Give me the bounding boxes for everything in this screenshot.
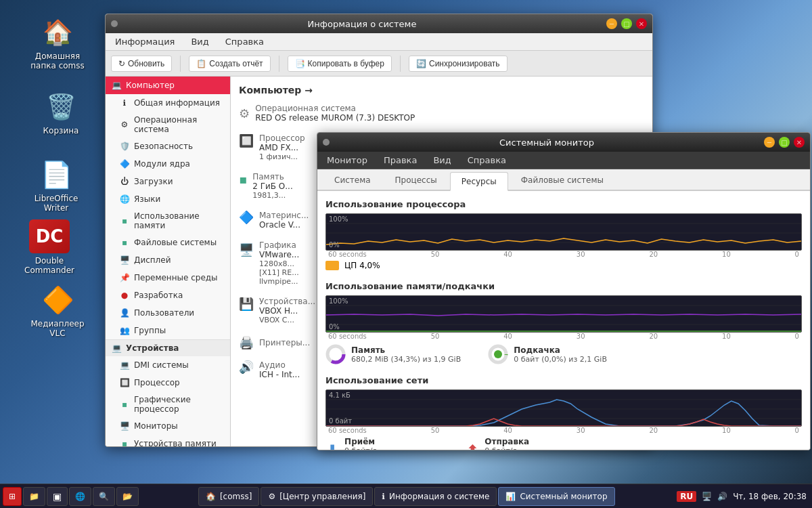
sidebar-item-lang[interactable]: 🌐 Языки <box>106 190 230 208</box>
taskbar-terminal-btn[interactable]: ▣ <box>47 487 68 506</box>
sidebar-item-display[interactable]: 🖥️ Дисплей <box>106 251 230 269</box>
sidebar-item-security[interactable]: 🛡️ Безопасность <box>106 137 230 155</box>
taskbar-manager-btn[interactable]: 📂 <box>116 487 139 506</box>
sysinfo-menu-info[interactable]: Информация <box>111 35 179 48</box>
printers-section-icon: 🖨️ <box>239 335 254 350</box>
sidebar-item-gpu[interactable]: ▪ Графические процессор <box>106 391 230 417</box>
desktop-icon-home[interactable]: 🏠 Домашняя папка comss <box>27 14 88 74</box>
mem-section-value: 2 ГиБ О... <box>252 182 293 191</box>
dmi-icon: 💻 <box>119 360 130 371</box>
gfx-section-value2: 1280x8... <box>259 259 299 268</box>
general-icon: ℹ️ <box>119 98 130 108</box>
swap-donut-icon <box>488 344 508 364</box>
develop-icon: ● <box>119 290 130 301</box>
svg-point-10 <box>494 350 502 358</box>
desktop-icon-doublecommander[interactable]: DC Double Commander <box>19 217 80 278</box>
toolbar-refresh-btn[interactable]: ↻ Обновить <box>111 56 172 72</box>
sidebar-item-general[interactable]: ℹ️ Общая информация <box>106 94 230 112</box>
sidebar-item-boot[interactable]: ⏻ Загрузки <box>106 173 230 190</box>
lang-badge[interactable]: RU <box>677 491 696 502</box>
report-icon: 📋 <box>196 59 206 68</box>
desktop: 🏠 Домашняя папка comss 🗑️ Корзина 📄 Libr… <box>0 0 812 508</box>
taskbar-browser-btn[interactable]: 🌐 <box>69 487 91 506</box>
cpu-section-detail: 1 физич... <box>259 152 305 161</box>
mem-chart-label-0: 0% <box>329 323 340 331</box>
sysmon-content: Использование процессора 100% 0% 60 seco… <box>317 191 810 450</box>
sysinfo-minimize-btn[interactable]: − <box>606 18 617 29</box>
network-chart-svg <box>326 390 801 427</box>
sidebar-item-computer[interactable]: 💻 Компьютер <box>106 77 230 94</box>
gfx-section-label: Графика <box>259 240 299 250</box>
sidebar-item-os[interactable]: ⚙️ Операционная система <box>106 112 230 137</box>
libreoffice-icon: 📄 <box>40 158 72 191</box>
network-section: Использование сети 4.1 кБ 0 байт <box>325 375 802 450</box>
net-chart-label-top: 4.1 кБ <box>329 391 351 399</box>
taskbar-start-btn[interactable]: ⊞ <box>3 487 22 506</box>
tab-system[interactable]: Система <box>323 171 382 190</box>
sysinfo-menu-view[interactable]: Вид <box>187 35 212 48</box>
gfx-section-value1: VMware... <box>259 250 299 259</box>
sidebar-item-users[interactable]: 👤 Пользователи <box>106 304 230 322</box>
sysmon-maximize-btn[interactable]: □ <box>779 137 790 148</box>
sysinfo-close-btn[interactable]: ✕ <box>636 18 647 29</box>
sidebar-item-envvars[interactable]: 📌 Переменные среды <box>106 269 230 287</box>
taskbar-files-btn[interactable]: 📁 <box>23 487 45 506</box>
sysmon-minimize-btn[interactable]: − <box>764 137 775 148</box>
taskbar-task-sysinfo[interactable]: ℹ️ Информация о системе <box>374 487 497 506</box>
printers-section-label: Принтеры... <box>259 338 310 347</box>
receive-label: Приём <box>344 437 376 446</box>
sidebar-item-cpu-dev[interactable]: 🔲 Процессор <box>106 374 230 391</box>
mem-chart-label-100: 100% <box>329 297 348 305</box>
sysmon-menu-edit[interactable]: Правка <box>380 154 421 167</box>
toolbar-sep2 <box>279 56 279 72</box>
taskbar-task-sysmon[interactable]: 📊 Системный монитор <box>498 487 614 506</box>
desktop-icon-vlc[interactable]: 🔶 Медиаплеер VLC <box>27 281 88 341</box>
sidebar-item-filesystems[interactable]: ▪ Файловые системы <box>106 234 230 251</box>
taskbar-left: ⊞ 📁 ▣ 🌐 🔍 📂 <box>0 487 141 506</box>
toolbar-sep1 <box>180 56 181 72</box>
taskbar-task-home[interactable]: 🏠 [comss] <box>198 487 260 506</box>
security-icon: 🛡️ <box>119 141 130 152</box>
sysmon-menu-help[interactable]: Справка <box>464 154 510 167</box>
sysmon-close-btn[interactable]: ✕ <box>794 137 805 148</box>
sidebar-item-monitors[interactable]: 🖥️ Мониторы <box>106 417 230 435</box>
taskbar-search-btn[interactable]: 🔍 <box>93 487 115 506</box>
sysinfo-menu-help[interactable]: Справка <box>221 35 268 48</box>
tab-resources[interactable]: Ресурсы <box>450 172 508 191</box>
cpu-section-icon: 🔲 <box>239 133 254 148</box>
sysinfo-sidebar: 💻 Компьютер ℹ️ Общая информация ⚙️ Опера… <box>106 77 231 446</box>
sysmon-tabs: Система Процессы Ресурсы Файловые систем… <box>317 169 810 191</box>
sidebar-item-kernel[interactable]: 🔷 Модули ядра <box>106 155 230 173</box>
toolbar-create-report-btn[interactable]: 📋 Создать отчёт <box>189 56 270 72</box>
desktop-icon-trash[interactable]: 🗑️ Корзина <box>30 88 91 138</box>
cpu-section-label: Процессор <box>259 133 305 143</box>
tab-filesystems[interactable]: Файловые системы <box>510 171 615 190</box>
taskbar-task-control[interactable]: ⚙️ [Центр управления] <box>261 487 373 506</box>
sidebar-item-storage[interactable]: ▪ Устройства памяти <box>106 435 230 446</box>
sysinfo-toolbar: ↻ Обновить 📋 Создать отчёт 📑 Копировать … <box>106 51 652 77</box>
sysinfo-window-controls <box>111 20 118 27</box>
libreoffice-icon-label: LibreOffice Writer <box>28 194 84 213</box>
home-icon: 🏠 <box>41 16 74 49</box>
sysinfo-menubar: Информация Вид Справка <box>106 33 652 51</box>
sysinfo-maximize-btn[interactable]: □ <box>621 18 632 29</box>
storage-section-icon: 💾 <box>239 297 254 311</box>
toolbar-copy-btn[interactable]: 📑 Копировать в буфер <box>288 56 392 72</box>
toolbar-sync-btn[interactable]: 🔄 Синхронизировать <box>409 56 508 72</box>
task-sysmon-label: Системный монитор <box>520 492 607 501</box>
sidebar-item-develop[interactable]: ● Разработка <box>106 287 230 304</box>
desktop-icon-libreoffice[interactable]: 📄 LibreOffice Writer <box>26 156 87 216</box>
sidebar-item-dmi[interactable]: 💻 DMI системы <box>106 356 230 374</box>
tab-processes[interactable]: Процессы <box>384 171 449 190</box>
cpu-chart-label-0: 0% <box>329 241 340 249</box>
sysmon-menu-view[interactable]: Вид <box>429 154 455 167</box>
sidebar-item-groups[interactable]: 👥 Группы <box>106 322 230 339</box>
sidebar-item-memusage[interactable]: ▪ Использование памяти <box>106 208 230 234</box>
send-arrow-icon: ⬆ <box>466 442 479 450</box>
sysmon-menu-monitor[interactable]: Монитор <box>323 154 371 167</box>
sysmon-window-title: Системный монитор <box>330 137 764 148</box>
devices-header-icon: 💻 <box>111 343 122 354</box>
boot-icon: ⏻ <box>119 176 130 187</box>
receive-arrow-icon: ⬇ <box>325 442 339 450</box>
memory-section: Использование памяти/подкачки 100% 0% <box>325 281 802 364</box>
